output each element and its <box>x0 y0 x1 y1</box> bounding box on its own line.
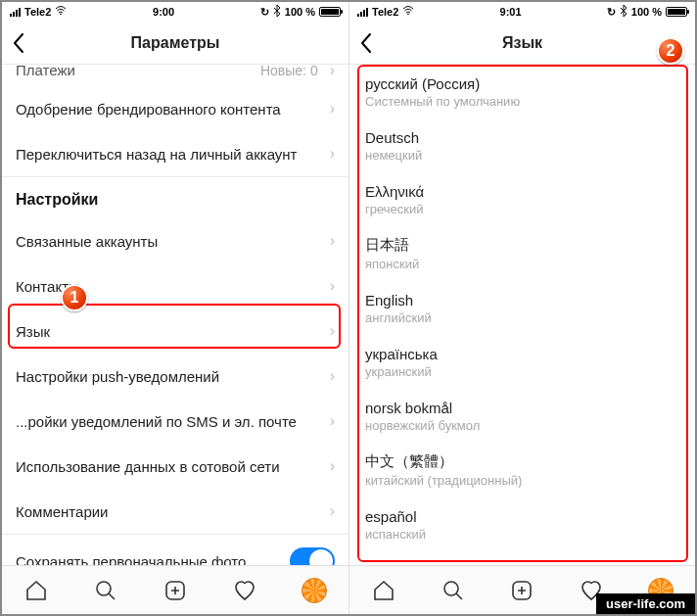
tab-activity[interactable] <box>232 578 257 603</box>
language-list[interactable]: русский (Россия) Системный по умолчанию … <box>349 65 695 565</box>
language-secondary: китайский (традиционный) <box>365 473 679 488</box>
battery-icon <box>319 7 341 17</box>
language-option-english[interactable]: English английский <box>349 281 695 335</box>
carrier-label: Tele2 <box>372 6 398 18</box>
row-contacts[interactable]: Контакты › <box>2 263 348 308</box>
orientation-lock-icon: ↻ <box>607 6 616 19</box>
row-label: Одобрение брендированного контента <box>16 101 281 118</box>
tab-new-post[interactable] <box>509 578 534 603</box>
row-comments[interactable]: Комментарии › <box>2 489 348 534</box>
wifi-icon <box>55 6 67 18</box>
status-bar: Tele2 9:01 ↻ 100 % <box>349 2 695 22</box>
status-time: 9:01 <box>500 6 522 18</box>
row-label: Связанные аккаунты <box>16 233 158 250</box>
annotation-badge-2: 2 <box>657 37 684 65</box>
row-linked-accounts[interactable]: Связанные аккаунты › <box>2 218 348 263</box>
status-time: 9:00 <box>153 6 174 18</box>
orientation-lock-icon: ↻ <box>260 6 269 19</box>
row-label: Комментарии <box>16 503 108 520</box>
nav-bar: Язык <box>349 22 695 65</box>
row-label: Платежи <box>16 65 75 78</box>
row-original-photos[interactable]: Сохранять первоначальные фото <box>2 534 348 565</box>
language-option-chinese-traditional[interactable]: 中文（繁體） китайский (традиционный) <box>349 443 695 498</box>
page-title: Язык <box>502 34 542 52</box>
language-option-spanish[interactable]: español испанский <box>349 498 695 551</box>
language-secondary: норвежский букмол <box>365 418 679 433</box>
profile-avatar-icon <box>302 578 327 603</box>
chevron-right-icon: › <box>330 277 335 295</box>
tab-bar <box>2 565 348 614</box>
row-sms-email-notifications[interactable]: ...ройки уведомлений по SMS и эл. почте … <box>2 399 348 444</box>
wifi-icon <box>402 6 414 18</box>
chevron-right-icon: › <box>330 65 335 79</box>
row-label: Настройки push-уведомлений <box>16 368 219 385</box>
language-secondary: испанский <box>365 527 679 542</box>
battery-icon <box>666 7 687 17</box>
language-secondary: немецкий <box>365 148 679 163</box>
settings-list[interactable]: Платежи Новые: 0 › Одобрение брендирован… <box>2 65 348 565</box>
chevron-right-icon: › <box>330 412 335 430</box>
language-secondary: японский <box>365 257 679 271</box>
bluetooth-icon <box>273 5 281 19</box>
section-header-settings: Настройки <box>2 176 348 218</box>
tab-new-post[interactable] <box>163 578 188 603</box>
language-primary: русский (Россия) <box>365 75 679 92</box>
row-branded-content[interactable]: Одобрение брендированного контента › <box>2 86 348 131</box>
language-primary: 日本語 <box>365 236 679 255</box>
bluetooth-icon <box>620 5 627 19</box>
carrier-label: Tele2 <box>24 6 51 18</box>
tab-home[interactable] <box>23 578 49 603</box>
row-meta: Новые: 0 <box>260 65 318 78</box>
signal-icon <box>10 7 21 17</box>
language-option-ukrainian[interactable]: українська украинский <box>349 335 695 389</box>
svg-point-0 <box>61 14 63 16</box>
row-language[interactable]: Язык › <box>2 308 348 354</box>
tab-search[interactable] <box>441 578 466 603</box>
language-secondary: Системный по умолчанию <box>365 94 679 109</box>
svg-point-1 <box>97 582 111 595</box>
language-option-deutsch[interactable]: Deutsch немецкий <box>349 118 695 172</box>
phone-left-settings: Tele2 9:00 ↻ 100 % Параметры Платежи Нов… <box>2 2 348 614</box>
tab-search[interactable] <box>93 578 118 603</box>
language-primary: Ελληνικά <box>365 183 679 200</box>
row-label: Язык <box>16 323 50 340</box>
language-secondary: английский <box>365 310 679 325</box>
language-option-norsk[interactable]: norsk bokmål норвежский букмол <box>349 389 695 443</box>
chevron-right-icon: › <box>330 232 335 250</box>
language-primary: українська <box>365 346 679 362</box>
row-label: Сохранять первоначальные фото <box>16 553 246 566</box>
watermark: user-life.com <box>596 593 695 614</box>
language-primary: español <box>365 508 679 525</box>
language-primary: English <box>365 292 679 308</box>
status-bar: Tele2 9:00 ↻ 100 % <box>2 2 348 22</box>
language-option-russian[interactable]: русский (Россия) Системный по умолчанию <box>349 65 695 118</box>
language-primary: 中文（繁體） <box>365 452 679 471</box>
page-title: Параметры <box>131 34 220 52</box>
language-option-greek[interactable]: Ελληνικά греческий <box>349 172 695 226</box>
chevron-right-icon: › <box>330 367 335 385</box>
language-secondary: греческий <box>365 202 679 216</box>
language-option-japanese[interactable]: 日本語 японский <box>349 226 695 281</box>
phone-right-languages: Tele2 9:01 ↻ 100 % Язык русский (Россия)… <box>348 2 695 614</box>
chevron-right-icon: › <box>330 457 335 475</box>
svg-point-4 <box>444 582 458 595</box>
back-button[interactable] <box>12 22 25 64</box>
language-primary: Deutsch <box>365 129 679 146</box>
row-push-notifications[interactable]: Настройки push-уведомлений › <box>2 354 348 399</box>
nav-bar: Параметры <box>2 22 348 65</box>
tab-home[interactable] <box>371 578 396 603</box>
row-cellular-data[interactable]: Использование данных в сотовой сети › <box>2 444 348 489</box>
row-label: ...ройки уведомлений по SMS и эл. почте <box>16 413 297 430</box>
battery-text: 100 % <box>631 6 662 18</box>
toggle-original-photos[interactable] <box>290 547 335 565</box>
back-button[interactable] <box>359 22 373 64</box>
row-label: Переключиться назад на личный аккаунт <box>16 146 297 163</box>
chevron-right-icon: › <box>330 145 335 163</box>
chevron-right-icon: › <box>330 502 335 520</box>
row-payments[interactable]: Платежи Новые: 0 › <box>2 65 348 86</box>
row-switch-personal[interactable]: Переключиться назад на личный аккаунт › <box>2 131 348 176</box>
annotation-badge-1: 1 <box>61 284 88 311</box>
language-primary: norsk bokmål <box>365 400 679 416</box>
battery-text: 100 % <box>285 6 315 18</box>
tab-profile[interactable] <box>302 578 327 603</box>
